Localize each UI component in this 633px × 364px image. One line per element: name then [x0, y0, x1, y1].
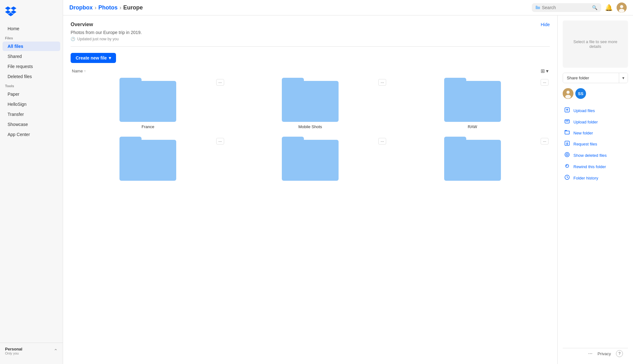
- search-folder-icon: [536, 5, 540, 10]
- sidebar-item-all-files[interactable]: All files: [3, 42, 60, 51]
- overview-section: Overview Hide Photos from our Europe tri…: [71, 22, 550, 47]
- share-folder-button[interactable]: Share folder: [563, 73, 619, 83]
- breadcrumb-dropbox[interactable]: Dropbox: [69, 4, 93, 11]
- sidebar-item-label: File requests: [8, 64, 33, 69]
- folder-icon-6: [444, 137, 501, 181]
- folder-card-5[interactable]: ···: [233, 137, 388, 183]
- action-folder-history[interactable]: Folder history: [563, 173, 628, 183]
- action-request-files[interactable]: Request files: [563, 139, 628, 149]
- sidebar-personal-section: Personal Only you ⌃: [0, 343, 63, 359]
- privacy-link[interactable]: Privacy: [597, 351, 611, 356]
- new-folder-icon: [564, 130, 570, 136]
- create-new-file-button[interactable]: Create new file ▾: [71, 53, 116, 63]
- sidebar-item-label: HelloSign: [8, 102, 26, 107]
- folder-more-button-raw[interactable]: ···: [541, 79, 549, 86]
- action-upload-files[interactable]: Upload files: [563, 105, 628, 116]
- folder-name-mobile-shots: Mobile Shots: [298, 124, 322, 129]
- overview-title: Overview: [71, 22, 93, 27]
- file-list-header: Name ↑ ⊞ ▾: [71, 68, 550, 74]
- rewind-folder-label: Rewind this folder: [573, 164, 606, 169]
- request-files-label: Request files: [573, 142, 597, 146]
- upload-folder-label: Upload folder: [573, 120, 598, 124]
- file-browser: Overview Hide Photos from our Europe tri…: [63, 15, 557, 364]
- folder-more-button-france[interactable]: ···: [216, 79, 224, 86]
- help-button[interactable]: ?: [616, 350, 623, 357]
- create-btn-label: Create new file: [76, 55, 107, 60]
- action-show-deleted[interactable]: Show deleted files: [563, 150, 628, 161]
- svg-point-6: [566, 91, 570, 94]
- chevron-down-icon: ▾: [546, 68, 549, 74]
- folder-icon-france: [119, 78, 176, 122]
- search-icon: 🔍: [592, 5, 597, 10]
- folder-grid-row1: ··· France ··· Mobile Shots: [71, 78, 550, 129]
- show-deleted-icon: [564, 152, 570, 158]
- sidebar-item-home[interactable]: Home: [3, 24, 60, 33]
- name-column-header[interactable]: Name ↑: [72, 69, 86, 73]
- sidebar-item-transfer[interactable]: Transfer: [3, 110, 60, 119]
- search-bar[interactable]: 🔍: [532, 3, 601, 12]
- share-folder-row: Share folder ▾: [563, 73, 628, 83]
- action-list: Upload files Upload folder: [563, 105, 628, 183]
- search-input[interactable]: [542, 5, 590, 10]
- sidebar-item-deleted-files[interactable]: Deleted files: [3, 72, 60, 81]
- overview-description: Photos from our Europe trip in 2019.: [71, 30, 550, 35]
- folder-icon-4: [119, 137, 176, 181]
- avatar-user[interactable]: [563, 88, 573, 99]
- show-deleted-label: Show deleted files: [573, 153, 607, 158]
- upload-files-icon: [564, 107, 570, 114]
- avatar-ss[interactable]: SS: [575, 88, 586, 99]
- personal-expand-button[interactable]: ⌃: [54, 348, 58, 354]
- folder-card-6[interactable]: ···: [395, 137, 550, 183]
- dropbox-logo-icon: [5, 5, 16, 16]
- sidebar-item-label: Transfer: [8, 112, 24, 117]
- rewind-folder-icon: [564, 163, 570, 170]
- hide-link[interactable]: Hide: [541, 22, 550, 27]
- notifications-button[interactable]: 🔔: [605, 4, 613, 11]
- sidebar-logo: [0, 5, 63, 24]
- folder-card-france[interactable]: ··· France: [71, 78, 225, 129]
- upload-folder-icon: [564, 119, 570, 125]
- sidebar-section-files: Files: [0, 34, 63, 41]
- folder-card-mobile-shots[interactable]: ··· Mobile Shots: [233, 78, 388, 129]
- sidebar-section-tools: Tools: [0, 82, 63, 89]
- breadcrumb-europe: Europe: [123, 4, 143, 11]
- folder-card-raw[interactable]: ··· RAW: [395, 78, 550, 129]
- folder-icon-raw: [444, 78, 501, 122]
- sidebar-item-paper[interactable]: Paper: [3, 89, 60, 99]
- bottom-more-button[interactable]: ···: [588, 351, 592, 356]
- breadcrumb-sep2: ›: [119, 4, 121, 11]
- svg-rect-10: [565, 120, 569, 123]
- folder-more-button-4[interactable]: ···: [216, 138, 224, 145]
- sidebar-item-app-center[interactable]: App Center: [3, 130, 60, 139]
- folder-card-4[interactable]: ···: [71, 137, 225, 183]
- sidebar-item-label: Paper: [8, 92, 19, 97]
- name-col-label: Name: [72, 69, 83, 73]
- create-btn-chevron: ▾: [109, 55, 111, 60]
- folder-history-label: Folder history: [573, 176, 598, 180]
- sidebar-item-shared[interactable]: Shared: [3, 52, 60, 61]
- share-folder-dropdown-button[interactable]: ▾: [619, 73, 628, 83]
- sidebar-item-file-requests[interactable]: File requests: [3, 62, 60, 71]
- folder-icon-5: [282, 137, 339, 181]
- breadcrumb-photos[interactable]: Photos: [98, 4, 118, 11]
- sidebar-item-hellosign[interactable]: HelloSign: [3, 100, 60, 109]
- folder-more-button-mobile-shots[interactable]: ···: [378, 79, 386, 86]
- folder-more-button-6[interactable]: ···: [541, 138, 549, 145]
- view-toggle[interactable]: ⊞ ▾: [541, 68, 549, 74]
- avatar[interactable]: [617, 3, 627, 13]
- topbar-right: 🔍 🔔: [532, 3, 627, 13]
- breadcrumb: Dropbox › Photos › Europe: [69, 4, 143, 11]
- action-upload-folder[interactable]: Upload folder: [563, 117, 628, 127]
- sidebar-item-label: Shared: [8, 54, 22, 59]
- folder-history-icon: [564, 175, 570, 181]
- sidebar-item-label: Showcase: [8, 122, 28, 127]
- action-new-folder[interactable]: New folder: [563, 128, 628, 138]
- sidebar-item-showcase[interactable]: Showcase: [3, 120, 60, 129]
- folder-grid-row2: ··· ··· ···: [71, 137, 550, 183]
- svg-rect-0: [536, 7, 540, 9]
- folder-more-button-5[interactable]: ···: [378, 138, 386, 145]
- select-file-message: Select a file to see more details: [563, 20, 628, 68]
- action-rewind-folder[interactable]: Rewind this folder: [563, 161, 628, 172]
- svg-point-7: [565, 95, 571, 99]
- overview-meta: 🕐 Updated just now by you: [71, 37, 550, 41]
